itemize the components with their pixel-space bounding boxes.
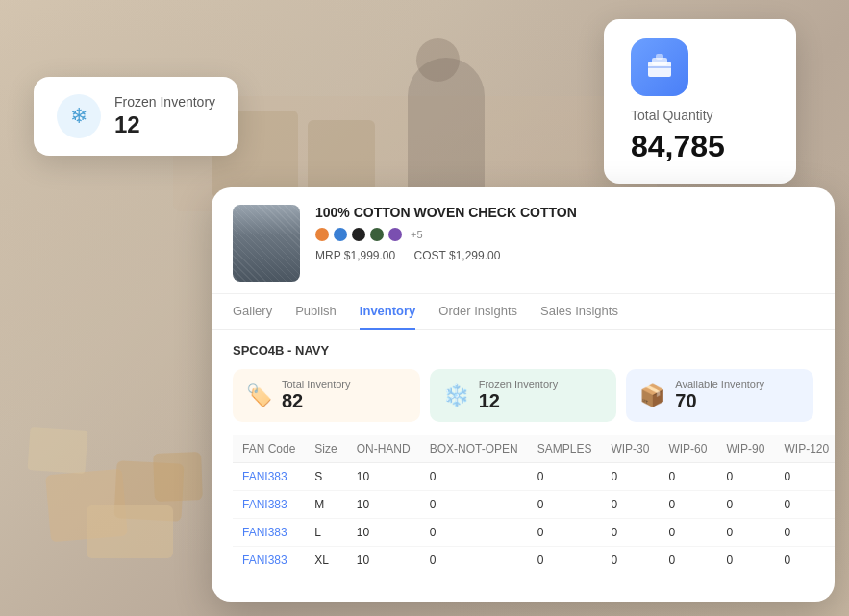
tabs-bar: Gallery Publish Inventory Order Insights… (212, 294, 835, 330)
frozen-value: 12 (114, 111, 215, 138)
cell-wip30-3: 0 (601, 547, 659, 575)
cell-wip30-0: 0 (601, 463, 659, 491)
svg-rect-2 (656, 54, 663, 60)
frozen-inv-label: Frozen Inventory (479, 379, 559, 390)
color-dot-5[interactable] (388, 228, 402, 241)
frozen-inv-value: 12 (479, 390, 559, 412)
cell-fan-0[interactable]: FANI383 (233, 463, 305, 491)
main-product-panel: 100% COTTON WOVEN CHECK COTTON +5 MRP $1… (212, 187, 835, 602)
cell-fan-3[interactable]: FANI383 (233, 547, 305, 575)
available-inv-label: Available Inventory (675, 379, 764, 390)
cell-fan-2[interactable]: FANI383 (233, 519, 305, 547)
cell-wip90-0: 0 (716, 463, 774, 491)
product-mrp: MRP $1,999.00 (315, 249, 395, 262)
table-row: FANI383 L 10 0 0 0 0 0 0 0 (233, 519, 835, 547)
total-inv-label: Total Inventory (282, 379, 351, 390)
th-on-hand: ON-HAND (347, 435, 420, 463)
cell-onhand-3: 10 (347, 547, 420, 575)
product-header: 100% COTTON WOVEN CHECK COTTON +5 MRP $1… (212, 187, 835, 294)
table-row: FANI383 XL 10 0 0 0 0 0 0 0 (233, 547, 835, 575)
color-dot-4[interactable] (370, 228, 384, 241)
bg-shelf-box-2 (308, 120, 375, 197)
total-inv-icon: 🏷️ (246, 383, 272, 408)
frozen-label: Frozen Inventory (114, 94, 215, 110)
th-wip60: WIP-60 (659, 435, 716, 463)
frozen-inventory-card: ❄️ Frozen Inventory 12 (430, 369, 617, 422)
bg-person-head (416, 38, 460, 82)
tab-publish[interactable]: Publish (295, 294, 337, 330)
frozen-inv-icon: ❄️ (443, 383, 469, 408)
frozen-inv-text: Frozen Inventory 12 (479, 379, 559, 412)
bg-box-4 (153, 452, 203, 502)
tab-inventory[interactable]: Inventory (360, 294, 416, 330)
cell-size-2: L (305, 519, 346, 547)
total-quantity-card: Total Quantity 84,785 (604, 19, 796, 184)
cell-wip90-3: 0 (716, 547, 774, 575)
bg-box-5 (28, 427, 88, 474)
tab-sales-insights[interactable]: Sales Insights (540, 294, 618, 330)
tab-order-insights[interactable]: Order Insights (438, 294, 517, 330)
cell-wip60-1: 0 (659, 491, 716, 519)
total-inventory-card: 🏷️ Total Inventory 82 (233, 369, 420, 422)
cell-boxnotopen-2: 0 (420, 519, 528, 547)
cell-boxnotopen-0: 0 (420, 463, 528, 491)
cell-wip60-2: 0 (659, 519, 716, 547)
product-image (233, 205, 300, 282)
total-qty-value: 84,785 (631, 129, 769, 164)
product-avatar (233, 205, 300, 282)
cell-wip60-3: 0 (659, 547, 716, 575)
cell-fan-1[interactable]: FANI383 (233, 491, 305, 519)
cell-wip30-1: 0 (601, 491, 659, 519)
th-size: Size (305, 435, 346, 463)
cell-boxnotopen-3: 0 (420, 547, 528, 575)
cell-size-1: M (305, 491, 346, 519)
color-more-label: +5 (411, 229, 423, 240)
cell-samples-0: 0 (528, 463, 602, 491)
th-wip120: WIP-120 (774, 435, 835, 463)
total-qty-label: Total Quantity (631, 108, 769, 123)
available-inv-text: Available Inventory 70 (675, 379, 764, 412)
cell-samples-1: 0 (528, 491, 602, 519)
bg-box-3 (87, 505, 173, 558)
frozen-icon: ❄ (57, 94, 101, 138)
total-inv-text: Total Inventory 82 (282, 379, 351, 412)
frozen-card-content: Frozen Inventory 12 (114, 94, 215, 138)
inventory-table: FAN Code Size ON-HAND BOX-NOT-OPEN SAMPL… (233, 435, 835, 574)
cell-boxnotopen-1: 0 (420, 491, 528, 519)
color-swatches: +5 (315, 228, 813, 241)
table-row: FANI383 S 10 0 0 0 0 0 0 0 (233, 463, 835, 491)
cell-wip90-1: 0 (716, 491, 774, 519)
available-inv-value: 70 (675, 390, 764, 412)
cell-wip60-0: 0 (659, 463, 716, 491)
product-name: 100% COTTON WOVEN CHECK COTTON (315, 205, 813, 220)
total-qty-icon (631, 38, 688, 96)
cell-wip120-2: 0 (774, 519, 835, 547)
cell-onhand-2: 10 (347, 519, 420, 547)
frozen-inventory-card-top: ❄ Frozen Inventory 12 (34, 77, 238, 156)
available-inventory-card: 📦 Available Inventory 70 (626, 369, 813, 422)
table-header-row: FAN Code Size ON-HAND BOX-NOT-OPEN SAMPL… (233, 435, 835, 463)
cell-onhand-0: 10 (347, 463, 420, 491)
cell-wip90-2: 0 (716, 519, 774, 547)
cell-samples-3: 0 (528, 547, 602, 575)
cell-size-3: XL (305, 547, 346, 575)
cell-wip120-0: 0 (774, 463, 835, 491)
product-info: 100% COTTON WOVEN CHECK COTTON +5 MRP $1… (315, 205, 813, 262)
cell-onhand-1: 10 (347, 491, 420, 519)
product-cost: COST $1,299.00 (414, 249, 501, 262)
th-wip90: WIP-90 (716, 435, 774, 463)
table-body: FANI383 S 10 0 0 0 0 0 0 0 FANI383 M 10 … (233, 463, 835, 575)
color-dot-3[interactable] (352, 228, 365, 241)
table-row: FANI383 M 10 0 0 0 0 0 0 0 (233, 491, 835, 519)
th-wip30: WIP-30 (601, 435, 659, 463)
th-samples: SAMPLES (528, 435, 602, 463)
cell-wip30-2: 0 (601, 519, 659, 547)
product-prices: MRP $1,999.00 COST $1,299.00 (315, 249, 813, 262)
color-dot-2[interactable] (334, 228, 347, 241)
cell-wip120-1: 0 (774, 491, 835, 519)
tab-gallery[interactable]: Gallery (233, 294, 272, 330)
available-inv-icon: 📦 (639, 383, 665, 408)
color-dot-1[interactable] (315, 228, 329, 241)
th-fan-code: FAN Code (233, 435, 305, 463)
inventory-summary-cards: 🏷️ Total Inventory 82 ❄️ Frozen Inventor… (233, 369, 813, 422)
